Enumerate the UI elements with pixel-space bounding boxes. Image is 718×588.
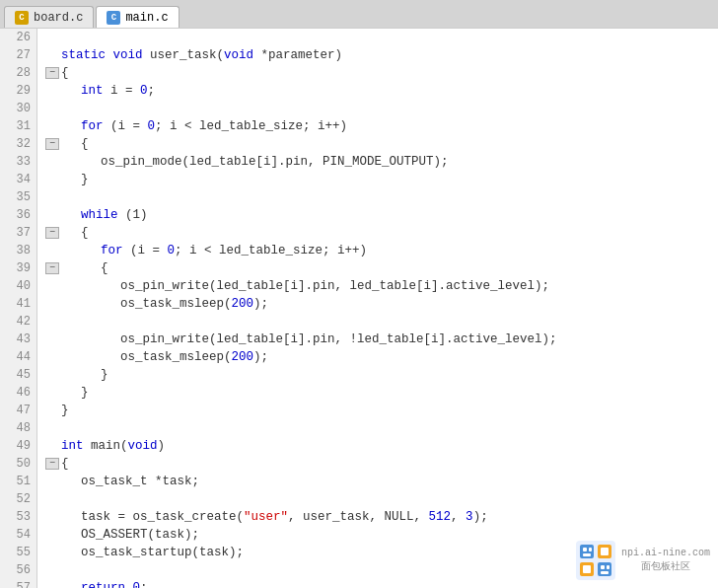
line-number: 29 <box>6 82 31 100</box>
code-line: } <box>45 384 710 402</box>
line-number: 31 <box>6 117 31 135</box>
token-kw: void <box>128 437 158 455</box>
token-kw: while <box>81 206 125 224</box>
token-plain: { <box>61 455 69 473</box>
fold-marker[interactable]: − <box>45 67 59 79</box>
token-plain: ) <box>158 437 166 455</box>
line-number: 47 <box>6 402 31 419</box>
tab-mainc[interactable]: Cmain.c <box>96 6 179 28</box>
code-line: os_pin_write(led_table[i].pin, !led_tabl… <box>45 331 710 348</box>
token-plain: os_pin_write(led_table[i].pin, led_table… <box>120 277 549 295</box>
line-number: 42 <box>6 313 31 331</box>
code-line <box>45 29 710 46</box>
fold-area: − <box>45 227 61 239</box>
code-line: int main(void) <box>45 437 710 455</box>
code-line: task = os_task_create("user", user_task,… <box>45 508 710 526</box>
line-number: 37 <box>6 224 31 242</box>
token-plain: os_task_t *task; <box>81 473 199 490</box>
token-plain: } <box>61 402 69 419</box>
token-plain: { <box>81 224 89 242</box>
token-plain: os_pin_write(led_table[i].pin, !led_tabl… <box>120 331 557 348</box>
token-num: 200 <box>232 348 254 366</box>
code-line <box>45 490 710 508</box>
token-kw: int <box>61 437 91 455</box>
fold-marker[interactable]: − <box>45 138 59 150</box>
token-kw: int <box>81 82 110 100</box>
code-line <box>45 100 710 117</box>
token-plain: main( <box>91 437 128 455</box>
token-plain: ); <box>253 348 268 366</box>
tab-bar: Cboard.cCmain.c <box>0 0 718 28</box>
code-line <box>45 419 710 437</box>
line-number: 39 <box>6 259 31 277</box>
token-plain: ); <box>473 508 488 526</box>
code-line: for (i = 0; i < led_table_size; i++) <box>45 242 710 259</box>
code-line: while (1) <box>45 206 710 224</box>
code-line: for (i = 0; i < led_table_size; i++) <box>45 117 710 135</box>
code-content: static void user_task(void *parameter)−{… <box>37 29 718 588</box>
fold-marker[interactable]: − <box>45 227 59 239</box>
line-number: 57 <box>6 579 31 588</box>
token-plain: } <box>81 384 89 402</box>
token-num: 0 <box>168 242 176 259</box>
line-number: 27 <box>6 46 31 64</box>
editor: Cboard.cCmain.c 262728293031323334353637… <box>0 0 718 588</box>
line-number: 53 <box>6 508 31 526</box>
token-kw: void <box>224 46 261 64</box>
token-plain: os_task_msleep( <box>120 295 232 313</box>
token-plain: os_task_msleep( <box>120 348 232 366</box>
line-number: 52 <box>6 490 31 508</box>
fold-area: − <box>45 67 61 79</box>
tab-icon: C <box>107 11 120 25</box>
token-plain: { <box>101 259 108 277</box>
line-number: 46 <box>6 384 31 402</box>
token-plain: *parameter) <box>261 46 343 64</box>
line-number: 35 <box>6 188 31 206</box>
watermark: npi.ai-nine.com 面包板社区 <box>576 541 710 580</box>
token-kw: static <box>61 46 113 64</box>
line-number: 45 <box>6 366 31 384</box>
fold-area: − <box>45 138 61 150</box>
token-plain: task = os_task_create( <box>81 508 244 526</box>
line-number: 48 <box>6 419 31 437</box>
fold-marker[interactable]: − <box>45 458 59 470</box>
fold-marker[interactable]: − <box>45 262 59 274</box>
code-line: −{ <box>45 455 710 473</box>
line-number: 34 <box>6 171 31 188</box>
svg-rect-9 <box>583 565 591 573</box>
code-line: os_pin_write(led_table[i].pin, led_table… <box>45 277 710 295</box>
code-line: return 0; <box>45 579 710 588</box>
token-num: 0 <box>133 579 141 588</box>
token-plain: (i = <box>130 242 168 259</box>
code-line: os_pin_mode(led_table[i].pin, PIN_MODE_O… <box>45 153 710 171</box>
line-number: 28 <box>6 64 31 82</box>
line-number: 36 <box>6 206 31 224</box>
token-plain: { <box>61 64 69 82</box>
line-number: 50 <box>6 455 31 473</box>
token-kw: for <box>101 242 130 259</box>
code-line: −{ <box>45 135 710 153</box>
token-plain: ); <box>253 295 268 313</box>
code-line: −{ <box>45 64 710 82</box>
tab-boardc[interactable]: Cboard.c <box>4 6 94 28</box>
token-plain: ; <box>140 579 148 588</box>
token-plain: } <box>81 171 89 188</box>
token-plain: } <box>101 366 108 384</box>
token-plain: ; <box>148 82 156 100</box>
token-plain: { <box>81 135 89 153</box>
fold-area: − <box>45 458 61 470</box>
code-line: os_task_msleep(200); <box>45 348 710 366</box>
svg-rect-5 <box>583 548 587 551</box>
token-plain: os_pin_mode(led_table[i].pin, PIN_MODE_O… <box>101 153 449 171</box>
code-line <box>45 188 710 206</box>
line-numbers: 2627282930313233343536373839404142434445… <box>0 29 37 588</box>
line-number: 54 <box>6 526 31 544</box>
token-plain: (1) <box>125 206 148 224</box>
token-plain: i = <box>110 82 140 100</box>
fold-area: − <box>45 262 61 274</box>
code-line: os_task_msleep(200); <box>45 295 710 313</box>
code-line: os_task_t *task; <box>45 473 710 490</box>
code-line: } <box>45 402 710 419</box>
token-plain: os_task_startup(task); <box>81 544 244 561</box>
code-area: 2627282930313233343536373839404142434445… <box>0 28 718 588</box>
